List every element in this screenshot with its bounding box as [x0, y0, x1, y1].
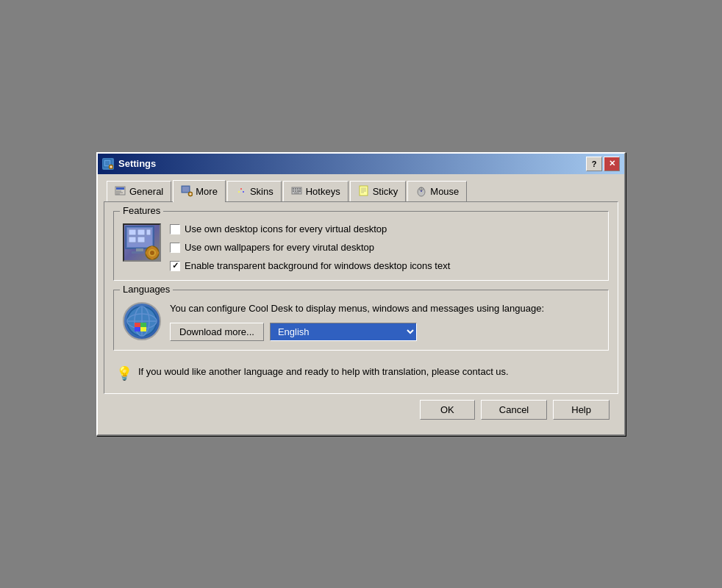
- checkbox-desktop-icons-label: Use own desktop icons for every virtual …: [185, 223, 387, 234]
- svg-rect-40: [129, 229, 136, 235]
- languages-group: Languages: [113, 290, 609, 351]
- tab-sticky-label: Sticky: [373, 186, 398, 197]
- svg-rect-27: [297, 190, 301, 192]
- hint-text: If you would like another language and r…: [138, 365, 509, 379]
- tab-content: Features: [104, 201, 618, 394]
- languages-description: You can configure Cool Desk to display m…: [170, 302, 544, 315]
- svg-rect-24: [299, 188, 301, 190]
- general-tab-icon: [115, 185, 126, 197]
- svg-rect-1: [105, 161, 110, 165]
- close-button[interactable]: ✕: [604, 157, 620, 171]
- svg-rect-26: [295, 190, 296, 192]
- svg-rect-61: [135, 327, 140, 331]
- settings-window: Settings ? ✕ General: [96, 152, 626, 436]
- languages-label: Languages: [120, 284, 173, 295]
- tab-skins[interactable]: Skins: [227, 181, 282, 201]
- tab-more-label: More: [196, 186, 218, 197]
- skins-tab-icon: [235, 185, 247, 197]
- svg-point-19: [238, 191, 240, 193]
- hint-row: 💡 If you would like another language and…: [113, 359, 609, 384]
- cancel-button[interactable]: Cancel: [481, 400, 547, 420]
- languages-inner: You can configure Cool Desk to display m…: [123, 302, 599, 341]
- checkbox-row-1: Use own desktop icons for every virtual …: [170, 223, 599, 234]
- hotkeys-tab-icon: [291, 185, 303, 197]
- language-dropdown[interactable]: English French German Spanish: [270, 323, 417, 341]
- tab-general[interactable]: General: [107, 181, 171, 201]
- svg-rect-59: [135, 323, 140, 327]
- svg-rect-51: [151, 257, 154, 259]
- desktop-feature-icon: [123, 223, 161, 262]
- tab-more[interactable]: More: [173, 180, 226, 202]
- tab-skins-label: Skins: [250, 186, 274, 197]
- checkbox-row-3: Enable transparent background for window…: [170, 260, 599, 271]
- tab-sticky[interactable]: Sticky: [350, 181, 407, 201]
- svg-point-18: [243, 191, 244, 193]
- svg-point-49: [150, 251, 154, 255]
- language-globe-icon: [123, 302, 161, 340]
- svg-rect-6: [116, 187, 124, 190]
- svg-rect-62: [140, 327, 146, 331]
- help-button[interactable]: Help: [553, 400, 610, 420]
- features-group: Features: [113, 211, 609, 281]
- languages-controls: Download more... English French German S…: [170, 323, 544, 341]
- svg-rect-41: [129, 237, 136, 243]
- tab-hotkeys[interactable]: Hotkeys: [283, 181, 349, 201]
- svg-point-17: [240, 188, 242, 190]
- help-title-button[interactable]: ?: [586, 157, 602, 171]
- download-more-button[interactable]: Download more...: [170, 323, 264, 341]
- hint-bulb-icon: 💡: [116, 365, 132, 381]
- title-bar-left: Settings: [102, 158, 156, 170]
- checkbox-row-2: Use own wallpapers for every virutal des…: [170, 242, 599, 253]
- window-icon: [102, 158, 114, 170]
- svg-rect-21: [293, 188, 294, 190]
- language-dropdown-wrapper: English French German Spanish: [270, 323, 417, 341]
- sticky-tab-icon: [358, 185, 370, 197]
- svg-rect-11: [182, 187, 189, 192]
- features-label: Features: [120, 205, 163, 216]
- ok-button[interactable]: OK: [420, 400, 475, 420]
- mouse-tab-icon: [415, 185, 427, 197]
- svg-rect-23: [297, 188, 299, 190]
- checkbox-wallpapers[interactable]: [170, 243, 180, 253]
- svg-rect-50: [151, 246, 154, 249]
- window-title: Settings: [118, 158, 156, 169]
- svg-rect-52: [146, 251, 149, 254]
- more-tab-icon: [181, 185, 193, 197]
- bottom-buttons: OK Cancel Help: [104, 394, 618, 429]
- svg-rect-60: [140, 323, 146, 327]
- svg-rect-45: [136, 248, 143, 251]
- svg-rect-42: [137, 229, 145, 235]
- svg-rect-28: [294, 193, 299, 193]
- svg-rect-44: [146, 229, 151, 235]
- checkbox-desktop-icons[interactable]: [170, 224, 180, 234]
- tab-mouse-label: Mouse: [430, 186, 459, 197]
- svg-rect-22: [295, 188, 296, 190]
- checkboxes-container: Use own desktop icons for every virtual …: [170, 223, 599, 271]
- title-buttons: ? ✕: [586, 157, 620, 171]
- tab-general-label: General: [129, 186, 163, 197]
- tab-mouse[interactable]: Mouse: [407, 181, 467, 201]
- svg-point-37: [421, 190, 422, 192]
- languages-text-area: You can configure Cool Desk to display m…: [170, 302, 544, 341]
- tab-bar: General More: [104, 180, 618, 201]
- features-inner: Use own desktop icons for every virtual …: [123, 223, 599, 271]
- title-bar: Settings ? ✕: [98, 154, 624, 174]
- svg-rect-25: [293, 190, 294, 192]
- svg-rect-43: [137, 237, 145, 243]
- checkbox-transparent-bg[interactable]: [170, 261, 180, 271]
- checkbox-wallpapers-label: Use own wallpapers for every virutal des…: [185, 242, 374, 253]
- content-area: General More: [98, 174, 624, 434]
- svg-rect-53: [156, 251, 159, 254]
- tab-hotkeys-label: Hotkeys: [306, 186, 340, 197]
- checkbox-transparent-bg-label: Enable transparent background for window…: [185, 260, 450, 271]
